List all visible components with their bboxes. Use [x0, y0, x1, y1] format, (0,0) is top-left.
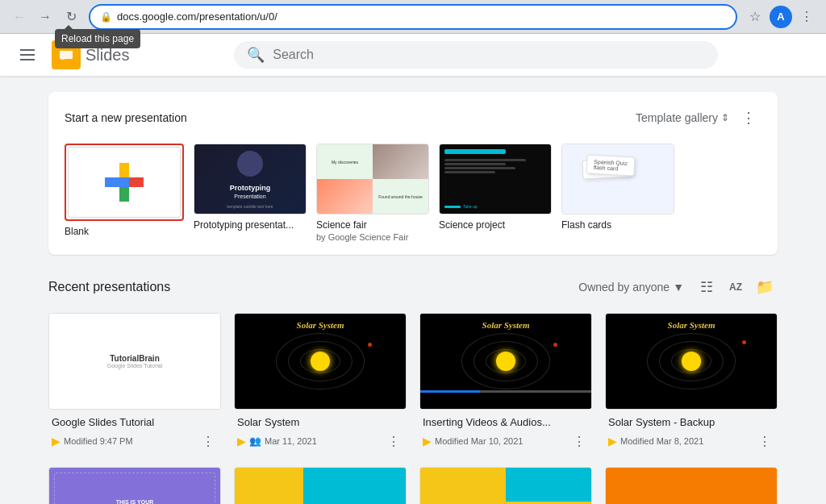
inserting-more-button[interactable]: ⋮ — [569, 431, 589, 451]
solar-backup-date: Modified Mar 8, 2021 — [620, 436, 703, 446]
inserting-date: Modified Mar 10, 2021 — [435, 436, 523, 446]
inserting-meta: ▶ Modified Mar 10, 2021 ⋮ — [423, 431, 589, 451]
slides-icon-solar-backup: ▶ — [608, 435, 617, 448]
templates-section-title: Start a new presentation — [65, 111, 187, 124]
solar1-thumb: Solar System — [234, 313, 407, 410]
solar-backup-thumb: Solar System — [605, 313, 778, 410]
solar1-date: Mar 11, 2021 — [265, 436, 317, 446]
bookmark-button[interactable]: ☆ — [744, 6, 766, 28]
solar-backup-more-button[interactable]: ⋮ — [755, 431, 774, 451]
scienceproject-thumb: Take up — [439, 144, 552, 215]
sciencefair-label: Science fair — [316, 219, 429, 231]
presentations-grid-row1: TutorialBrain Google Slides Tutorial Goo… — [48, 313, 778, 454]
slides-icon-inserting: ▶ — [423, 435, 432, 448]
grid-view-button[interactable]: ☷ — [694, 274, 720, 300]
url-input[interactable] — [117, 10, 726, 23]
templates-grid: Blank Prototyping Presentation template … — [65, 144, 761, 242]
solar1-meta: ▶ 👥 Mar 11, 2021 ⋮ — [237, 431, 403, 451]
scienceproject-label: Science project — [439, 219, 552, 231]
sciencefair-sublabel: by Google Science Fair — [316, 232, 429, 242]
presentation-blank2[interactable]: DOGS — [234, 467, 407, 504]
owned-by-arrow: ▼ — [673, 281, 684, 294]
search-icon: 🔍 — [247, 46, 265, 64]
prototyping-thumb: Prototyping Presentation template subtit… — [194, 144, 307, 215]
templates-header: Start a new presentation Template galler… — [65, 105, 761, 131]
owned-by-button[interactable]: Owned by anyone ▼ — [578, 281, 684, 294]
expand-gallery-icon: ⇕ — [721, 112, 729, 123]
svg-rect-6 — [119, 187, 129, 202]
slides-icon-tutorial: ▶ — [52, 435, 60, 448]
tutorial-meta: ▶ Modified 9:47 PM ⋮ — [52, 431, 218, 451]
this-thumb: THIS IS YOURPRESENTATION — [48, 467, 221, 504]
presentation-solar-backup[interactable]: Solar System Solar System - Backup ▶ Mod… — [605, 313, 778, 454]
tutorial-info: Google Slides Tutorial ▶ Modified 9:47 P… — [48, 410, 221, 454]
slides-icon-solar1: ▶ — [237, 435, 246, 448]
blank2-thumb: DOGS — [234, 467, 407, 504]
templates-section: Start a new presentation Template galler… — [48, 92, 778, 255]
people-icon-solar1: 👥 — [249, 435, 261, 447]
search-input[interactable] — [273, 48, 705, 62]
inserting-title: Inserting Videos & Audios... — [423, 416, 589, 428]
presentations-grid-row2: THIS IS YOURPRESENTATION THIS IS YOUR PR… — [48, 467, 778, 504]
svg-rect-5 — [119, 163, 129, 177]
template-gallery-button[interactable]: Template gallery ⇕ — [636, 111, 729, 124]
flashcards-thumb: Spanish Quizflash card Spanish Quizflash… — [561, 144, 674, 215]
back-button[interactable]: ← — [8, 6, 31, 28]
blank-thumb — [68, 147, 181, 218]
search-bar[interactable]: 🔍 — [234, 41, 718, 69]
solar-backup-title: Solar System - Backup — [608, 416, 774, 428]
presentation-this[interactable]: THIS IS YOURPRESENTATION THIS IS YOUR PR… — [48, 467, 221, 504]
presentation-tutorial[interactable]: TutorialBrain Google Slides Tutorial Goo… — [48, 313, 221, 454]
solar-backup-info: Solar System - Backup ▶ Modified Mar 8, … — [605, 410, 778, 454]
tutorial-title: Google Slides Tutorial — [52, 416, 218, 428]
blank-plus-icon — [105, 163, 144, 202]
owned-by-label: Owned by anyone — [578, 281, 670, 294]
presentation-inserting[interactable]: Solar System Inserting Videos & Audios..… — [419, 313, 592, 454]
recent-header: Recent presentations Owned by anyone ▼ ☷… — [48, 274, 778, 300]
lock-icon: 🔒 — [100, 11, 112, 23]
presentation-solar1[interactable]: Solar System Solar System ▶ 👥 — [234, 313, 407, 454]
tutorial-date: Modified 9:47 PM — [64, 436, 133, 446]
address-bar[interactable]: 🔒 — [89, 4, 737, 30]
svg-rect-2 — [61, 57, 65, 60]
view-toggle: ☷ AZ 📁 — [694, 274, 778, 300]
solar1-info: Solar System ▶ 👥 Mar 11, 2021 ⋮ — [234, 410, 407, 454]
inserting-info: Inserting Videos & Audios... ▶ Modified … — [419, 410, 592, 454]
svg-rect-7 — [119, 177, 129, 187]
recent-controls: Owned by anyone ▼ ☷ AZ 📁 — [578, 274, 778, 300]
template-prototyping[interactable]: Prototyping Presentation template subtit… — [194, 144, 307, 231]
menu-button[interactable]: ⋮ — [795, 6, 818, 28]
blank-label: Blank — [65, 226, 184, 237]
main-content: Start a new presentation Template galler… — [0, 76, 826, 504]
presentation-dogs[interactable]: DOGS DOGS — [419, 467, 592, 504]
template-scienceproject[interactable]: Take up Science project — [439, 144, 552, 231]
dogs-thumb: DOGS — [419, 467, 592, 504]
reload-tooltip: Reload this page — [55, 29, 140, 48]
template-blank[interactable]: Blank — [65, 144, 184, 237]
solar1-more-button[interactable]: ⋮ — [384, 431, 403, 451]
folder-view-button[interactable]: 📁 — [752, 274, 778, 300]
browser-chrome: ← → ↻ Reload this page 🔒 ☆ A ⋮ — [0, 0, 826, 34]
sciencefair-thumb: My discoveries Found around the house — [316, 144, 429, 215]
template-sciencefair[interactable]: My discoveries Found around the house — [316, 144, 429, 242]
forward-button[interactable]: → — [34, 6, 56, 28]
tutorial-more-button[interactable]: ⋮ — [198, 431, 218, 451]
account-button[interactable]: A — [770, 6, 792, 28]
templates-actions: Template gallery ⇕ ⋮ — [636, 105, 761, 131]
venn-thumb: Creating Venn Diagrams — [605, 467, 778, 504]
tutorial-thumb: TutorialBrain Google Slides Tutorial — [48, 313, 221, 410]
recent-section: Recent presentations Owned by anyone ▼ ☷… — [48, 274, 778, 504]
hamburger-icon — [20, 49, 35, 60]
hamburger-button[interactable] — [13, 40, 42, 69]
templates-more-button[interactable]: ⋮ — [736, 105, 761, 131]
prototyping-label: Prototyping presentat... — [194, 219, 307, 231]
template-flashcards[interactable]: Spanish Quizflash card Spanish Quizflash… — [561, 144, 674, 231]
recent-title: Recent presentations — [48, 280, 170, 294]
solar-backup-meta: ▶ Modified Mar 8, 2021 ⋮ — [608, 431, 774, 451]
sort-button[interactable]: AZ — [723, 274, 749, 300]
solar1-title: Solar System — [237, 416, 403, 428]
inserting-thumb: Solar System — [419, 313, 592, 410]
flashcards-label: Flash cards — [561, 219, 674, 231]
template-gallery-label: Template gallery — [636, 111, 718, 124]
presentation-venn[interactable]: Creating Venn Diagrams Creating Venn Dia… — [605, 467, 778, 504]
